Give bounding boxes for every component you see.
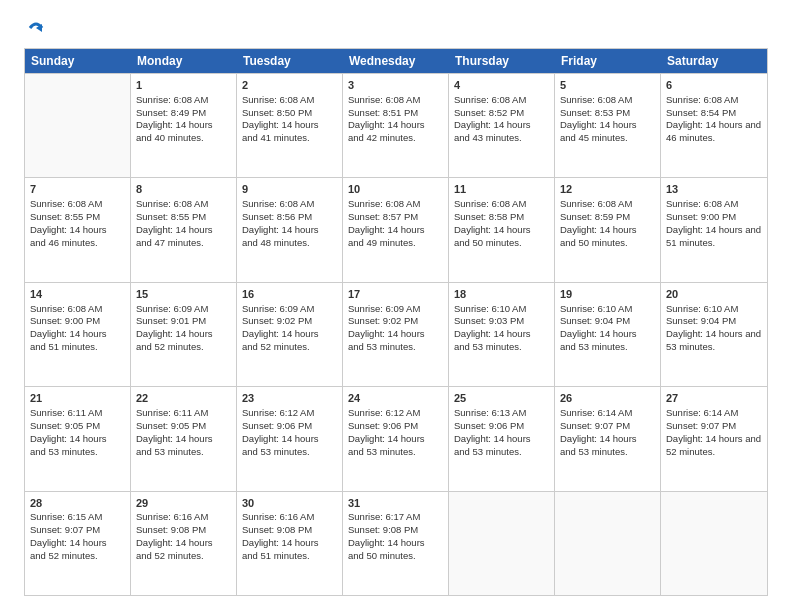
day-number: 2 [242, 78, 337, 93]
calendar-cell: 2 Sunrise: 6:08 AM Sunset: 8:50 PM Dayli… [237, 74, 343, 177]
sunrise-text: Sunrise: 6:08 AM [136, 94, 208, 105]
calendar-cell: 19 Sunrise: 6:10 AM Sunset: 9:04 PM Dayl… [555, 283, 661, 386]
sunset-text: Sunset: 9:08 PM [242, 524, 312, 535]
day-number: 31 [348, 496, 443, 511]
sunset-text: Sunset: 9:07 PM [560, 420, 630, 431]
sunset-text: Sunset: 9:06 PM [454, 420, 524, 431]
day-number: 3 [348, 78, 443, 93]
day-number: 8 [136, 182, 231, 197]
sunrise-text: Sunrise: 6:10 AM [666, 303, 738, 314]
day-number: 4 [454, 78, 549, 93]
day-number: 9 [242, 182, 337, 197]
calendar-cell: 25 Sunrise: 6:13 AM Sunset: 9:06 PM Dayl… [449, 387, 555, 490]
sunrise-text: Sunrise: 6:08 AM [666, 198, 738, 209]
calendar-row-5: 28 Sunrise: 6:15 AM Sunset: 9:07 PM Dayl… [25, 491, 767, 595]
sunrise-text: Sunrise: 6:11 AM [30, 407, 102, 418]
calendar-row-4: 21 Sunrise: 6:11 AM Sunset: 9:05 PM Dayl… [25, 386, 767, 490]
daylight-text: Daylight: 14 hours and 51 minutes. [666, 224, 761, 248]
sunrise-text: Sunrise: 6:16 AM [242, 511, 314, 522]
day-number: 16 [242, 287, 337, 302]
daylight-text: Daylight: 14 hours and 53 minutes. [136, 433, 213, 457]
calendar-cell: 24 Sunrise: 6:12 AM Sunset: 9:06 PM Dayl… [343, 387, 449, 490]
sunrise-text: Sunrise: 6:12 AM [242, 407, 314, 418]
day-number: 14 [30, 287, 125, 302]
sunrise-text: Sunrise: 6:17 AM [348, 511, 420, 522]
daylight-text: Daylight: 14 hours and 49 minutes. [348, 224, 425, 248]
sunrise-text: Sunrise: 6:08 AM [454, 94, 526, 105]
calendar-cell: 7 Sunrise: 6:08 AM Sunset: 8:55 PM Dayli… [25, 178, 131, 281]
sunset-text: Sunset: 9:04 PM [560, 315, 630, 326]
daylight-text: Daylight: 14 hours and 52 minutes. [136, 537, 213, 561]
sunset-text: Sunset: 9:03 PM [454, 315, 524, 326]
sunrise-text: Sunrise: 6:08 AM [348, 94, 420, 105]
header-friday: Friday [555, 49, 661, 73]
day-number: 7 [30, 182, 125, 197]
calendar-cell [25, 74, 131, 177]
calendar: Sunday Monday Tuesday Wednesday Thursday… [24, 48, 768, 596]
sunrise-text: Sunrise: 6:08 AM [560, 94, 632, 105]
header-tuesday: Tuesday [237, 49, 343, 73]
sunrise-text: Sunrise: 6:08 AM [560, 198, 632, 209]
day-number: 20 [666, 287, 762, 302]
sunrise-text: Sunrise: 6:10 AM [454, 303, 526, 314]
sunset-text: Sunset: 8:56 PM [242, 211, 312, 222]
sunrise-text: Sunrise: 6:08 AM [242, 198, 314, 209]
sunset-text: Sunset: 8:55 PM [136, 211, 206, 222]
daylight-text: Daylight: 14 hours and 50 minutes. [560, 224, 637, 248]
daylight-text: Daylight: 14 hours and 51 minutes. [242, 537, 319, 561]
calendar-cell [449, 492, 555, 595]
day-number: 5 [560, 78, 655, 93]
calendar-cell [555, 492, 661, 595]
calendar-cell: 10 Sunrise: 6:08 AM Sunset: 8:57 PM Dayl… [343, 178, 449, 281]
daylight-text: Daylight: 14 hours and 46 minutes. [666, 119, 761, 143]
daylight-text: Daylight: 14 hours and 53 minutes. [348, 433, 425, 457]
day-number: 11 [454, 182, 549, 197]
daylight-text: Daylight: 14 hours and 41 minutes. [242, 119, 319, 143]
sunrise-text: Sunrise: 6:14 AM [560, 407, 632, 418]
daylight-text: Daylight: 14 hours and 52 minutes. [136, 328, 213, 352]
day-number: 29 [136, 496, 231, 511]
daylight-text: Daylight: 14 hours and 43 minutes. [454, 119, 531, 143]
sunrise-text: Sunrise: 6:08 AM [136, 198, 208, 209]
daylight-text: Daylight: 14 hours and 53 minutes. [242, 433, 319, 457]
calendar-cell: 17 Sunrise: 6:09 AM Sunset: 9:02 PM Dayl… [343, 283, 449, 386]
header [24, 20, 768, 36]
sunrise-text: Sunrise: 6:08 AM [348, 198, 420, 209]
daylight-text: Daylight: 14 hours and 45 minutes. [560, 119, 637, 143]
sunset-text: Sunset: 9:08 PM [348, 524, 418, 535]
sunset-text: Sunset: 9:07 PM [666, 420, 736, 431]
daylight-text: Daylight: 14 hours and 53 minutes. [560, 433, 637, 457]
calendar-cell: 9 Sunrise: 6:08 AM Sunset: 8:56 PM Dayli… [237, 178, 343, 281]
day-number: 25 [454, 391, 549, 406]
sunset-text: Sunset: 8:57 PM [348, 211, 418, 222]
logo [24, 20, 46, 36]
day-number: 10 [348, 182, 443, 197]
day-number: 27 [666, 391, 762, 406]
header-wednesday: Wednesday [343, 49, 449, 73]
daylight-text: Daylight: 14 hours and 53 minutes. [454, 328, 531, 352]
sunset-text: Sunset: 8:50 PM [242, 107, 312, 118]
page: Sunday Monday Tuesday Wednesday Thursday… [0, 0, 792, 612]
daylight-text: Daylight: 14 hours and 52 minutes. [30, 537, 107, 561]
daylight-text: Daylight: 14 hours and 53 minutes. [30, 433, 107, 457]
sunset-text: Sunset: 9:07 PM [30, 524, 100, 535]
daylight-text: Daylight: 14 hours and 51 minutes. [30, 328, 107, 352]
sunset-text: Sunset: 9:01 PM [136, 315, 206, 326]
calendar-cell: 29 Sunrise: 6:16 AM Sunset: 9:08 PM Dayl… [131, 492, 237, 595]
day-number: 15 [136, 287, 231, 302]
sunrise-text: Sunrise: 6:08 AM [454, 198, 526, 209]
calendar-cell: 30 Sunrise: 6:16 AM Sunset: 9:08 PM Dayl… [237, 492, 343, 595]
day-number: 22 [136, 391, 231, 406]
sunset-text: Sunset: 8:55 PM [30, 211, 100, 222]
sunset-text: Sunset: 9:02 PM [242, 315, 312, 326]
sunrise-text: Sunrise: 6:12 AM [348, 407, 420, 418]
sunset-text: Sunset: 9:08 PM [136, 524, 206, 535]
calendar-cell: 14 Sunrise: 6:08 AM Sunset: 9:00 PM Dayl… [25, 283, 131, 386]
sunset-text: Sunset: 8:58 PM [454, 211, 524, 222]
daylight-text: Daylight: 14 hours and 48 minutes. [242, 224, 319, 248]
calendar-cell: 21 Sunrise: 6:11 AM Sunset: 9:05 PM Dayl… [25, 387, 131, 490]
calendar-row-2: 7 Sunrise: 6:08 AM Sunset: 8:55 PM Dayli… [25, 177, 767, 281]
header-thursday: Thursday [449, 49, 555, 73]
sunset-text: Sunset: 9:04 PM [666, 315, 736, 326]
sunset-text: Sunset: 8:51 PM [348, 107, 418, 118]
